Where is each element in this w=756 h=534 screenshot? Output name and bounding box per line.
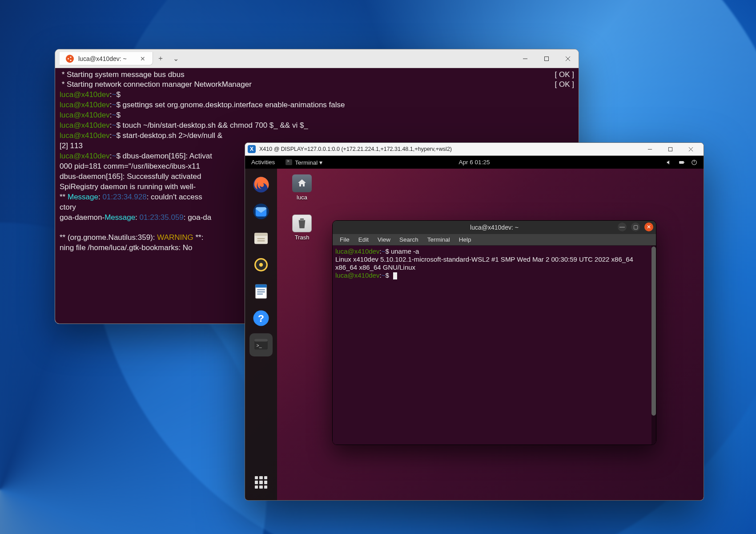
close-button[interactable]: [557, 49, 579, 68]
wt-tab[interactable]: luca@x410dev: ~ ✕: [60, 52, 153, 65]
active-app-label: Terminal ▾: [295, 159, 322, 166]
gterm-output[interactable]: luca@x410dev:~$ uname -a Linux x410dev 5…: [333, 246, 656, 445]
log-line: * Starting network connection manager Ne…: [60, 80, 555, 89]
menu-terminal[interactable]: Terminal: [424, 235, 454, 244]
log-line: dbus-daemon[165]: Successfully activated: [60, 172, 201, 181]
svg-point-23: [259, 263, 263, 267]
wt-tab-title: luca@x410dev: ~: [78, 55, 135, 62]
svg-text:?: ?: [258, 312, 264, 324]
home-folder-icon[interactable]: luca: [292, 174, 312, 201]
gnome-topbar[interactable]: Activities Terminal ▾ Apr 6 01:25: [245, 156, 704, 169]
svg-rect-19: [257, 238, 265, 239]
svg-rect-4: [545, 57, 549, 61]
ok-badge: [ OK ]: [555, 80, 574, 89]
prompt-path: ~: [112, 90, 116, 99]
menu-view[interactable]: View: [374, 235, 394, 244]
svg-rect-25: [255, 284, 266, 287]
cmd-line: uname -a: [389, 247, 419, 255]
log-line: ning file /home/luca/.gtk-bookmarks: No: [60, 243, 194, 252]
terminal-icon[interactable]: >_: [249, 333, 273, 356]
scrollbar[interactable]: [651, 246, 656, 445]
gnome-desktop[interactable]: Activities Terminal ▾ Apr 6 01:25: [245, 156, 704, 500]
rhythmbox-icon[interactable]: [249, 253, 273, 276]
log-line: ctory: [60, 203, 76, 211]
x410-window: X X410 @ DISPLAY=127.0.0.1:0.0 (+172.21.…: [245, 142, 704, 501]
minimize-button[interactable]: [515, 49, 536, 68]
tab-dropdown-button[interactable]: ⌄: [168, 49, 183, 68]
output-line: Linux x410dev 5.10.102.1-microsoft-stand…: [335, 255, 635, 271]
system-tray[interactable]: [666, 159, 704, 166]
svg-point-0: [68, 58, 69, 59]
minimize-button[interactable]: —: [618, 222, 627, 231]
maximize-button[interactable]: [536, 49, 557, 68]
svg-text:>_: >_: [257, 343, 262, 348]
svg-rect-12: [684, 162, 684, 162]
writer-icon[interactable]: [249, 280, 273, 303]
menu-file[interactable]: File: [336, 235, 353, 244]
svg-rect-32: [254, 339, 268, 342]
msg-tag: Message: [68, 193, 98, 201]
timestamp: 01:23:35.059: [140, 213, 184, 222]
battery-icon: [679, 159, 685, 166]
activities-button[interactable]: Activities: [245, 159, 281, 166]
menu-help[interactable]: Help: [455, 235, 475, 244]
log-line: SpiRegistry daemon is running with well-: [60, 182, 196, 191]
job-line: [2] 113: [60, 142, 83, 150]
log-line: * Starting system message bus dbus: [60, 70, 555, 80]
close-button[interactable]: ✕: [644, 222, 653, 231]
thunderbird-icon[interactable]: [249, 200, 273, 223]
svg-point-2: [70, 60, 72, 61]
prompt-user: luca@x410dev: [60, 90, 110, 99]
log-line: : couldn't access: [147, 193, 202, 201]
close-button[interactable]: [680, 143, 701, 156]
ok-badge: [ OK ]: [555, 70, 574, 80]
new-tab-button[interactable]: ＋: [153, 49, 168, 68]
power-icon: [691, 159, 697, 166]
x410-icon: X: [248, 145, 256, 153]
active-app-menu[interactable]: Terminal ▾: [281, 159, 327, 166]
gnome-dock[interactable]: ? >_: [245, 169, 277, 500]
svg-rect-11: [679, 161, 684, 164]
menu-edit[interactable]: Edit: [355, 235, 372, 244]
svg-rect-20: [257, 240, 265, 242]
maximize-button[interactable]: [660, 143, 680, 156]
firefox-icon[interactable]: [249, 173, 273, 196]
svg-rect-28: [257, 294, 263, 295]
x410-titlebar[interactable]: X X410 @ DISPLAY=127.0.0.1:0.0 (+172.21.…: [245, 143, 704, 156]
cursor: [393, 272, 397, 279]
maximize-button[interactable]: ▢: [631, 222, 640, 231]
trash-label: Trash: [295, 234, 310, 241]
gnome-terminal-window: luca@x410dev: ~ — ▢ ✕ File Edit View Sea…: [332, 220, 656, 445]
trash-icon[interactable]: Trash: [292, 214, 312, 241]
svg-rect-27: [257, 291, 265, 292]
close-icon[interactable]: ✕: [139, 55, 146, 62]
timestamp: 01:23:34.928: [102, 193, 146, 201]
files-icon[interactable]: [249, 227, 273, 250]
clock[interactable]: Apr 6 01:25: [459, 159, 490, 166]
volume-icon: [666, 159, 672, 166]
prompt-user: luca@x410dev: [335, 247, 379, 255]
gterm-menubar[interactable]: File Edit View Search Terminal Help: [333, 234, 656, 246]
gterm-titlebar[interactable]: luca@x410dev: ~ — ▢ ✕: [333, 221, 656, 234]
log-line: dbus-daemon[165]: Activat: [121, 152, 212, 160]
warning-tag: WARNING: [157, 233, 193, 242]
terminal-icon: [286, 159, 292, 165]
svg-rect-8: [668, 147, 672, 151]
scrollbar-thumb[interactable]: [651, 247, 656, 416]
cmd-line: touch ~/bin/start-desktop.sh && chmod 70…: [121, 121, 308, 129]
help-icon[interactable]: ?: [249, 307, 273, 330]
x410-title: X410 @ DISPLAY=127.0.0.1:0.0 (+172.21.22…: [259, 146, 636, 152]
gterm-title-text: luca@x410dev: ~: [470, 224, 519, 231]
svg-rect-18: [254, 233, 268, 236]
ubuntu-icon: [66, 55, 74, 63]
show-apps-button[interactable]: [249, 471, 273, 494]
svg-rect-26: [257, 289, 265, 290]
log-line: 000 pid=181 comm="/usr/libexec/ibus-x11: [60, 162, 202, 170]
cmd-line: start-desktop.sh 2>/dev/null &: [121, 131, 222, 140]
minimize-button[interactable]: [639, 143, 660, 156]
home-folder-label: luca: [297, 194, 307, 201]
wt-titlebar[interactable]: luca@x410dev: ~ ✕ ＋ ⌄: [55, 49, 579, 68]
svg-point-1: [70, 57, 72, 58]
cmd-line: gsettings set org.gnome.desktop.interfac…: [121, 101, 345, 109]
menu-search[interactable]: Search: [396, 235, 422, 244]
